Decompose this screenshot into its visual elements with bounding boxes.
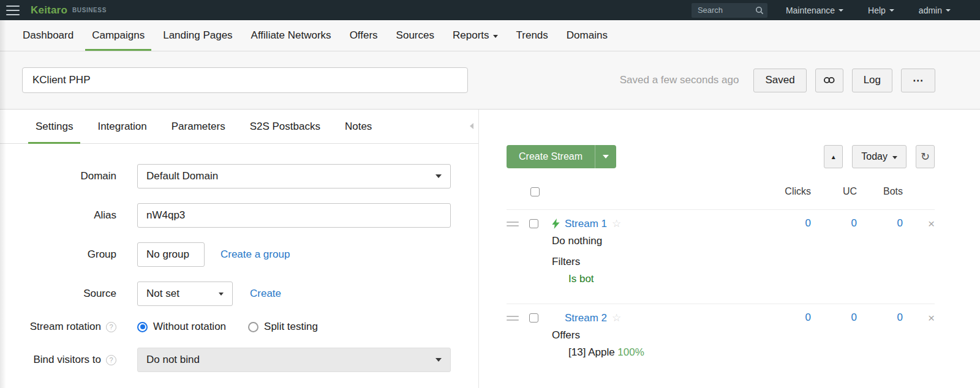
bots-count[interactable]: 0 bbox=[857, 217, 903, 229]
top-app-bar: Keitaro BUSINESS Maintenance Help admin bbox=[0, 0, 980, 20]
main-navigation: Dashboard Campaigns Landing Pages Affili… bbox=[0, 20, 980, 51]
chevron-down-icon bbox=[219, 293, 224, 296]
form-row-domain: Domain Default Domain bbox=[0, 164, 478, 188]
bind-visitors-select[interactable]: Do not bind bbox=[137, 348, 451, 372]
menu-maintenance-label: Maintenance bbox=[786, 6, 835, 15]
search-input[interactable] bbox=[698, 6, 755, 15]
streams-toolbar: Create Stream ▲ Today ↻ bbox=[507, 145, 935, 168]
chevron-down-icon bbox=[946, 9, 951, 12]
group-label: Group bbox=[0, 248, 116, 261]
tab-notes[interactable]: Notes bbox=[337, 110, 379, 143]
stream-row-2: Stream 2 ☆ Offers [13] Apple 100% 0 0 0 … bbox=[507, 304, 935, 359]
nav-item-affiliate-networks[interactable]: Affiliate Networks bbox=[244, 20, 338, 51]
domain-label: Domain bbox=[0, 170, 116, 182]
column-header-clicks: Clicks bbox=[773, 186, 811, 197]
stream-name-link[interactable]: Stream 2 bbox=[565, 312, 607, 324]
star-icon[interactable]: ☆ bbox=[612, 217, 621, 230]
help-icon[interactable]: ? bbox=[106, 322, 116, 332]
saved-status-text: Saved a few seconds ago bbox=[620, 74, 739, 86]
drag-handle-icon[interactable] bbox=[507, 217, 519, 226]
campaign-name-input[interactable] bbox=[22, 67, 468, 93]
create-group-link[interactable]: Create a group bbox=[221, 248, 290, 261]
delete-stream-icon[interactable]: × bbox=[928, 312, 935, 324]
clicks-count[interactable]: 0 bbox=[773, 312, 811, 324]
tab-settings[interactable]: Settings bbox=[28, 110, 80, 143]
form-row-source: Source Not set Create bbox=[0, 282, 478, 306]
alias-input[interactable] bbox=[137, 203, 451, 228]
nav-item-trends[interactable]: Trends bbox=[510, 20, 555, 51]
global-search[interactable] bbox=[692, 3, 767, 18]
tab-parameters[interactable]: Parameters bbox=[164, 110, 233, 143]
create-stream-dropdown[interactable] bbox=[595, 145, 616, 168]
menu-help[interactable]: Help bbox=[868, 6, 894, 15]
radio-split-testing[interactable]: Split testing bbox=[248, 321, 318, 333]
nav-item-dashboard[interactable]: Dashboard bbox=[16, 20, 80, 51]
select-all-checkbox[interactable] bbox=[530, 187, 540, 196]
nav-item-sources[interactable]: Sources bbox=[390, 20, 441, 51]
radio-label: Split testing bbox=[264, 321, 318, 333]
bots-count[interactable]: 0 bbox=[857, 312, 903, 324]
delete-stream-icon[interactable]: × bbox=[928, 217, 935, 230]
create-stream-button[interactable]: Create Stream bbox=[507, 145, 616, 168]
domain-select[interactable]: Default Domain bbox=[137, 164, 451, 188]
offer-name[interactable]: [13] Apple bbox=[568, 346, 615, 358]
nav-item-landing-pages[interactable]: Landing Pages bbox=[156, 20, 239, 51]
nav-label: Reports bbox=[453, 29, 489, 42]
radio-without-rotation[interactable]: Without rotation bbox=[137, 321, 226, 333]
radio-unselected-icon bbox=[248, 322, 258, 332]
group-select-value: No group bbox=[146, 248, 189, 261]
tab-integration[interactable]: Integration bbox=[90, 110, 154, 143]
star-icon[interactable]: ☆ bbox=[612, 312, 621, 324]
refresh-button[interactable]: ↻ bbox=[916, 145, 935, 168]
more-actions-button[interactable]: ⋯ bbox=[901, 69, 935, 92]
tab-label: S2S Postbacks bbox=[250, 121, 320, 133]
nav-item-campaigns[interactable]: Campaigns bbox=[85, 20, 151, 51]
link-icon bbox=[823, 76, 835, 84]
radio-selected-icon bbox=[137, 322, 148, 332]
help-icon[interactable]: ? bbox=[106, 355, 116, 365]
stream-checkbox[interactable] bbox=[529, 313, 538, 323]
uc-count[interactable]: 0 bbox=[811, 312, 857, 324]
collapse-streams-button[interactable]: ▲ bbox=[824, 145, 843, 168]
nav-item-domains[interactable]: Domains bbox=[560, 20, 614, 51]
source-label: Source bbox=[0, 288, 116, 300]
main-content: Settings Integration Parameters S2S Post… bbox=[0, 110, 980, 388]
streams-toolbar-right: ▲ Today ↻ bbox=[824, 145, 935, 168]
chevron-down-icon bbox=[435, 358, 442, 362]
stream-name-link[interactable]: Stream 1 bbox=[565, 218, 607, 230]
offer-share: 100% bbox=[617, 346, 644, 358]
bind-visitors-value: Do not bind bbox=[146, 354, 200, 366]
nav-item-reports[interactable]: Reports bbox=[446, 20, 505, 51]
streams-table-header: Clicks UC Bots bbox=[507, 186, 935, 197]
domain-select-value: Default Domain bbox=[146, 170, 218, 182]
nav-item-offers[interactable]: Offers bbox=[343, 20, 385, 51]
alias-label: Alias bbox=[0, 209, 116, 222]
menu-user-label: admin bbox=[919, 6, 942, 15]
nav-label: Dashboard bbox=[23, 29, 74, 42]
column-header-uc: UC bbox=[811, 186, 857, 197]
log-button[interactable]: Log bbox=[852, 69, 892, 92]
drag-handle-icon[interactable] bbox=[507, 312, 519, 321]
nav-label: Affiliate Networks bbox=[251, 29, 331, 42]
stream-checkbox[interactable] bbox=[529, 219, 538, 228]
group-select[interactable]: No group bbox=[137, 242, 205, 267]
tab-s2s-postbacks[interactable]: S2S Postbacks bbox=[243, 110, 328, 143]
campaign-link-button[interactable] bbox=[815, 69, 843, 92]
uc-count[interactable]: 0 bbox=[811, 217, 857, 229]
saved-button[interactable]: Saved bbox=[753, 69, 806, 92]
clicks-count[interactable]: 0 bbox=[773, 217, 811, 229]
nav-label: Domains bbox=[567, 29, 608, 42]
column-header-bots: Bots bbox=[857, 186, 903, 197]
hamburger-menu-icon[interactable] bbox=[6, 6, 20, 15]
collapse-panel-icon[interactable] bbox=[470, 123, 473, 129]
nav-label: Campaigns bbox=[92, 29, 145, 42]
period-select-button[interactable]: Today bbox=[852, 145, 907, 168]
tab-label: Notes bbox=[345, 121, 372, 133]
source-select[interactable]: Not set bbox=[137, 282, 233, 306]
menu-maintenance[interactable]: Maintenance bbox=[786, 6, 843, 15]
search-icon[interactable] bbox=[755, 6, 764, 15]
create-source-link[interactable]: Create bbox=[250, 288, 281, 300]
stream-offer-item: [13] Apple 100% bbox=[568, 346, 773, 359]
menu-user[interactable]: admin bbox=[919, 6, 951, 15]
app-logo[interactable]: Keitaro bbox=[31, 4, 67, 17]
